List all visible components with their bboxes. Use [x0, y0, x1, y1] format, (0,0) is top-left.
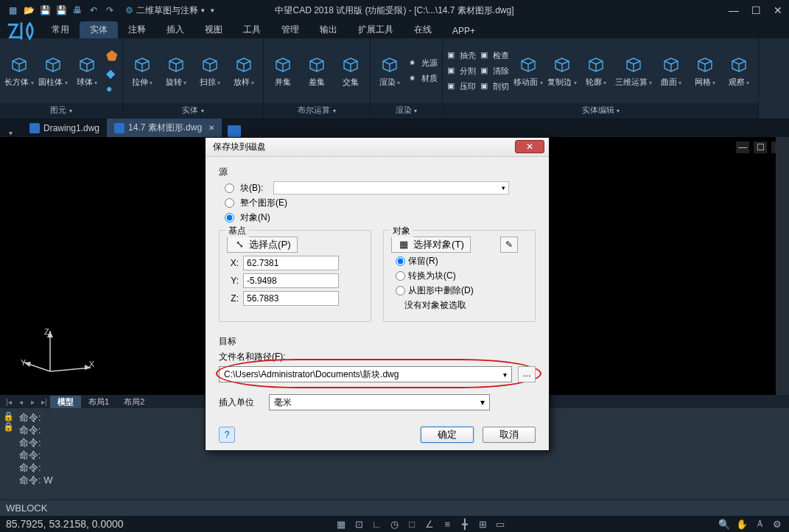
close-icon[interactable]: ✕ [208, 124, 214, 132]
ribbon-small-btn[interactable]: ✷材质 [409, 72, 438, 85]
ribbon-btn[interactable]: 放样 [229, 55, 259, 88]
redo-icon[interactable]: ↷ [103, 4, 116, 17]
cycle-icon[interactable]: ⊞ [477, 518, 488, 530]
quick-select-button[interactable]: ✎ [500, 237, 518, 253]
doctab-0[interactable]: Drawing1.dwg [22, 119, 107, 137]
ribbon-tab-7[interactable]: 输出 [309, 21, 348, 38]
vp-min-icon[interactable]: — [736, 141, 749, 153]
minimize-button[interactable]: — [723, 0, 745, 21]
layout-tab-2[interactable]: 布局2 [116, 396, 152, 408]
ribbon-btn[interactable]: 圆柱体 [38, 55, 68, 88]
undo-icon[interactable]: ↶ [87, 4, 100, 17]
panel-label[interactable]: 实体编辑 ▾ [443, 103, 758, 119]
units-combobox[interactable]: 毫米 ▾ [269, 394, 490, 410]
ribbon-tab-1[interactable]: 实体 [80, 21, 118, 38]
ribbon-btn[interactable]: 球体 [72, 55, 102, 88]
ribbon-btn[interactable]: 复制边 [547, 55, 577, 88]
select-objects-button[interactable]: ▦选择对象(T) [391, 237, 471, 253]
radio-block[interactable] [225, 183, 234, 193]
radio-delete[interactable] [396, 286, 405, 295]
y-input[interactable] [243, 273, 339, 288]
ribbon-tab-2[interactable]: 注释 [118, 21, 156, 38]
cancel-button[interactable]: 取消 [483, 427, 536, 443]
snap-icon[interactable]: ⊡ [353, 518, 365, 530]
ribbon-small-btn[interactable]: ▣剖切 [480, 80, 509, 93]
ok-button[interactable]: 确定 [421, 427, 474, 443]
ribbon-btn[interactable]: 长方体 [4, 55, 34, 88]
ribbon-btn[interactable]: 差集 [302, 55, 332, 88]
ribbon-tab-8[interactable]: 扩展工具 [348, 21, 404, 38]
radio-convert[interactable] [396, 271, 405, 281]
ribbon-tab-9[interactable]: 在线 [404, 21, 442, 38]
dialog-close-button[interactable]: ✕ [515, 140, 544, 153]
doctab-prev-icon[interactable]: ▾ [9, 129, 13, 137]
dyn-icon[interactable]: ╋ [459, 518, 471, 530]
model-icon[interactable]: ▭ [494, 518, 506, 530]
layout-tab-1[interactable]: 布局1 [81, 396, 116, 408]
save-icon[interactable]: 💾 [38, 4, 52, 17]
dialog-titlebar[interactable]: 保存块到磁盘 ✕ [206, 138, 549, 157]
settings-icon[interactable]: ⚙ [771, 518, 783, 530]
ribbon-small-btn[interactable]: ✷光源 [409, 57, 438, 70]
layout-last-icon[interactable]: ▸| [38, 398, 50, 406]
ribbon-btn[interactable]: 拉伸 [127, 55, 157, 88]
close-button[interactable]: ✕ [767, 0, 789, 21]
right-scrollbar[interactable] [776, 137, 789, 396]
polar-icon[interactable]: ◷ [388, 518, 400, 530]
ribbon-small-btn[interactable]: ▣抽壳 [447, 49, 476, 62]
new-icon[interactable]: ▦ [6, 4, 19, 17]
doctab-1[interactable]: 14.7 素材图形.dwg✕ [107, 119, 222, 137]
ribbon-btn[interactable]: 三维运算 [615, 55, 652, 88]
open-icon[interactable]: 📂 [22, 4, 35, 17]
ribbon-tab-10[interactable]: APP+ [442, 24, 485, 38]
radio-drawing[interactable] [225, 198, 234, 208]
zoom-icon[interactable]: 🔍 [718, 518, 730, 530]
pan-icon[interactable]: ✋ [736, 518, 748, 530]
ribbon-btn[interactable]: 移动面 [513, 55, 543, 88]
ribbon-btn[interactable]: 并集 [268, 55, 298, 88]
ribbon-btn[interactable]: 旋转 [161, 55, 191, 88]
workspace-selector[interactable]: ⚙ 二维草图与注释 ▾ ▾ [125, 4, 214, 17]
new-doc-button[interactable] [228, 125, 241, 137]
panel-label[interactable]: 图元 ▾ [0, 103, 122, 119]
lock-icon[interactable]: 🔒🔒 [3, 411, 14, 432]
ribbon-tab-0[interactable]: 常用 [41, 21, 80, 38]
ribbon-small-btn[interactable]: ▣检查 [480, 49, 509, 62]
app-logo[interactable] [6, 18, 37, 44]
saveas-icon[interactable]: 💾 [55, 4, 68, 17]
osnap-icon[interactable]: □ [406, 518, 418, 530]
ribbon-btn[interactable]: 扫掠 [195, 55, 225, 88]
annotation-icon[interactable]: Ａ [754, 518, 765, 530]
ribbon-tab-4[interactable]: 视图 [194, 21, 233, 38]
vp-max-icon[interactable]: ☐ [754, 141, 767, 153]
layout-next-icon[interactable]: ▸ [27, 398, 38, 406]
radio-retain[interactable] [396, 256, 405, 266]
panel-label[interactable]: 布尔运算 ▾ [264, 103, 370, 119]
ribbon-btn[interactable]: 曲面 [656, 55, 686, 88]
command-input[interactable]: WBLOCK [0, 500, 789, 516]
maximize-button[interactable]: ☐ [745, 0, 767, 21]
ribbon-btn[interactable]: 网格 [690, 55, 720, 88]
layout-prev-icon[interactable]: ◂ [15, 398, 27, 406]
ribbon-btn[interactable]: 渲染 [375, 55, 404, 88]
help-button[interactable]: ? [219, 427, 235, 443]
lwt-icon[interactable]: ≡ [441, 518, 453, 530]
otrack-icon[interactable]: ∠ [424, 518, 435, 530]
ribbon-tab-6[interactable]: 管理 [271, 21, 309, 38]
panel-label[interactable]: 实体 ▾ [123, 103, 263, 119]
z-input[interactable] [243, 291, 339, 306]
panel-label[interactable]: 渲染 ▾ [371, 103, 442, 119]
ribbon-btn[interactable]: 交集 [336, 55, 365, 88]
ribbon-small-btn[interactable]: ▣分割 [447, 64, 476, 77]
x-input[interactable] [243, 256, 339, 270]
print-icon[interactable]: 🖶 [71, 4, 84, 17]
ribbon-tab-5[interactable]: 工具 [233, 21, 271, 38]
ribbon-tab-3[interactable]: 插入 [156, 21, 194, 38]
ribbon-small-btn[interactable]: ▣清除 [480, 64, 509, 77]
layout-tab-0[interactable]: 模型 [50, 396, 81, 408]
layout-first-icon[interactable]: |◂ [3, 398, 15, 406]
grid-icon[interactable]: ▦ [335, 518, 347, 530]
pick-point-button[interactable]: ⤡选择点(P) [227, 237, 298, 253]
path-combobox[interactable]: C:\Users\Administrator\Documents\新块.dwg … [219, 366, 512, 382]
radio-objects[interactable] [225, 213, 234, 223]
